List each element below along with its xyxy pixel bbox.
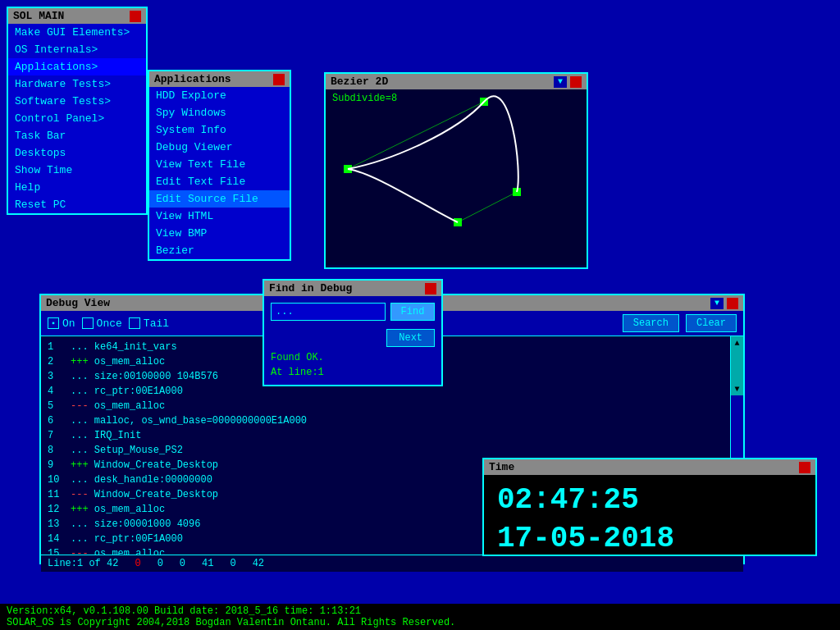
apps-menu-title-text: Applications xyxy=(154,73,231,85)
apps-item-bezier[interactable]: Bezier xyxy=(149,242,290,259)
once-label: Once xyxy=(97,317,122,330)
find-button[interactable]: Find xyxy=(390,303,435,321)
time-title-text: Time xyxy=(489,461,514,473)
bezier-content: Subdivide=8 xyxy=(326,89,587,265)
debug-line: 8... Setup_Mouse_PS2 xyxy=(48,443,724,458)
apps-item-hdd-explore[interactable]: HDD Explore xyxy=(149,87,290,104)
menu-item-hw-tests[interactable]: Hardware Tests> xyxy=(8,75,146,93)
apps-menu-title: Applications xyxy=(149,71,290,87)
menu-item-help[interactable]: Help xyxy=(8,179,146,196)
status-val3: 0 xyxy=(180,558,185,569)
debug-line: 5--- os_mem_alloc xyxy=(48,399,724,413)
apps-item-view-html[interactable]: View HTML xyxy=(149,208,290,225)
bezier-curve-svg xyxy=(326,89,587,265)
time-value: 02:47:25 xyxy=(497,482,802,520)
menu-item-task-bar[interactable]: Task Bar xyxy=(8,127,146,144)
menu-item-reset-pc[interactable]: Reset PC xyxy=(8,196,146,213)
debug-title-text: Debug View xyxy=(46,297,110,309)
debug-dropdown-icon[interactable]: ▼ xyxy=(710,298,724,309)
time-display: 02:47:25 17-05-2018 xyxy=(497,482,802,559)
clear-button[interactable]: Clear xyxy=(686,314,737,332)
scrollbar-down-arrow[interactable]: ▼ xyxy=(731,382,743,395)
scrollbar-track xyxy=(731,349,743,382)
bezier-title: Bezier 2D ▼ xyxy=(326,74,587,89)
next-button[interactable]: Next xyxy=(386,329,435,347)
apps-item-view-bmp[interactable]: View BMP xyxy=(149,225,290,242)
apps-menu: Applications HDD Explore Spy Windows Sys… xyxy=(148,70,291,261)
time-window: Time 02:47:25 17-05-2018 xyxy=(482,458,817,556)
main-menu-title: SOL MAIN xyxy=(8,8,146,24)
debug-close-icon[interactable] xyxy=(727,298,738,309)
main-menu-close[interactable] xyxy=(130,11,141,22)
status-val1: 0 xyxy=(135,558,140,569)
apps-item-view-text-file[interactable]: View Text File xyxy=(149,156,290,173)
date-value: 17-05-2018 xyxy=(497,520,802,559)
menu-item-os-internals[interactable]: OS Internals> xyxy=(8,41,146,58)
once-checkbox-box[interactable] xyxy=(82,317,94,329)
find-dialog: Find in Debug Find Next Found OK. At lin… xyxy=(262,279,443,386)
apps-menu-close[interactable] xyxy=(273,74,285,85)
find-next-row: Next xyxy=(271,326,435,347)
menu-item-make-gui[interactable]: Make GUI Elements> xyxy=(8,24,146,41)
bezier-title-text: Bezier 2D xyxy=(331,75,388,88)
bottom-status-bar: Version:x64, v0.1.108.00 Build date: 201… xyxy=(0,604,840,630)
find-dialog-title-text: Find in Debug xyxy=(269,282,352,294)
tail-checkbox-box[interactable] xyxy=(129,317,140,329)
main-menu-title-text: SOL MAIN xyxy=(13,10,64,22)
debug-search-buttons: Search Clear xyxy=(623,314,737,332)
find-status-line2: At line:1 xyxy=(271,367,435,378)
toolbar-on-checkbox[interactable]: On xyxy=(48,317,75,330)
status-val2: 0 xyxy=(158,558,163,569)
debug-line: 7... IRQ_Init xyxy=(48,428,724,443)
time-close-icon[interactable] xyxy=(799,462,810,473)
debug-line: 6... malloc, os_wnd_base=0000000000E1A00… xyxy=(48,413,724,428)
on-label: On xyxy=(62,317,75,330)
menu-item-sw-tests[interactable]: Software Tests> xyxy=(8,93,146,110)
bezier-close-icon[interactable] xyxy=(570,76,582,88)
bottom-line1: Version:x64, v0.1.108.00 Build date: 201… xyxy=(7,605,833,617)
bezier-dropdown-icon[interactable]: ▼ xyxy=(554,76,567,88)
status-val4: 41 xyxy=(202,558,213,569)
find-status-line1: Found OK. xyxy=(271,352,435,363)
find-input-row: Find xyxy=(271,303,435,321)
svg-line-4 xyxy=(348,102,484,169)
time-title: Time xyxy=(484,459,815,475)
apps-item-edit-source-file[interactable]: Edit Source File xyxy=(149,190,290,208)
time-content: 02:47:25 17-05-2018 xyxy=(484,475,815,565)
find-input[interactable] xyxy=(271,303,386,321)
menu-item-show-time[interactable]: Show Time xyxy=(8,162,146,179)
status-val6: 42 xyxy=(253,558,264,569)
find-dialog-close[interactable] xyxy=(425,283,436,294)
on-checkbox-box[interactable] xyxy=(48,317,59,329)
find-dialog-content: Find Next Found OK. At line:1 xyxy=(264,296,441,385)
menu-item-applications[interactable]: Applications> xyxy=(8,58,146,75)
main-menu: SOL MAIN Make GUI Elements> OS Internals… xyxy=(7,7,148,215)
scrollbar-up-arrow[interactable]: ▲ xyxy=(731,336,743,349)
apps-item-system-info[interactable]: System Info xyxy=(149,121,290,139)
apps-item-spy-windows[interactable]: Spy Windows xyxy=(149,104,290,121)
svg-line-5 xyxy=(458,192,517,222)
apps-item-debug-viewer[interactable]: Debug Viewer xyxy=(149,139,290,156)
status-val5: 0 xyxy=(230,558,235,569)
search-button[interactable]: Search xyxy=(623,314,679,332)
menu-item-desktops[interactable]: Desktops xyxy=(8,144,146,162)
apps-item-edit-text-file[interactable]: Edit Text File xyxy=(149,173,290,190)
menu-item-ctrl-panel[interactable]: Control Panel> xyxy=(8,110,146,127)
status-line-info: Line:1 of 42 xyxy=(48,558,118,569)
scrollbar-thumb[interactable] xyxy=(731,349,743,382)
tail-label: Tail xyxy=(144,317,169,330)
find-dialog-title: Find in Debug xyxy=(264,281,441,296)
toolbar-once-checkbox[interactable]: Once xyxy=(82,317,122,330)
bezier-window: Bezier 2D ▼ Subdivide=8 xyxy=(324,72,588,269)
toolbar-tail-checkbox[interactable]: Tail xyxy=(129,317,169,330)
bottom-line2: SOLAR_OS is Copyright 2004,2018 Bogdan V… xyxy=(7,617,833,628)
